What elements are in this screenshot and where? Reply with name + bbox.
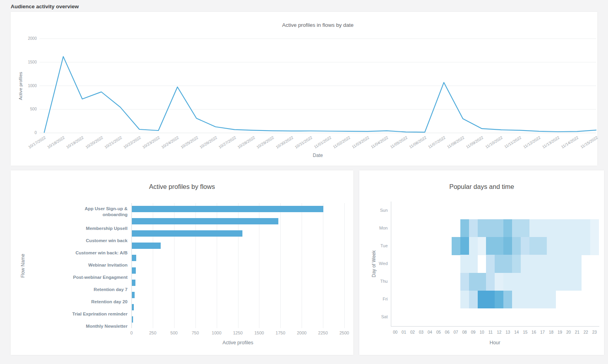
heat-cell-Fri-14[interactable] — [512, 291, 521, 309]
heat-cell-Tue-08[interactable] — [460, 237, 469, 255]
bar-chart-x-tick-label: 250 — [143, 330, 163, 335]
heat-cell-Mon-14[interactable] — [512, 219, 521, 237]
heatmap-y-axis-line — [391, 202, 391, 326]
heat-cell-Wed-14[interactable] — [512, 255, 521, 273]
heat-cell-Tue-23[interactable] — [590, 237, 599, 255]
heatmap-hour-label: 19 — [555, 330, 564, 334]
heat-cell-Wed-16[interactable] — [529, 255, 538, 273]
heatmap-hour-label: 20 — [564, 330, 573, 334]
bar-flow-5[interactable] — [132, 255, 136, 261]
heatmap-hour-label: 06 — [443, 330, 452, 334]
heat-cell-Mon-17[interactable] — [538, 219, 547, 237]
bar-chart-x-tick-label: 1500 — [249, 330, 269, 335]
heat-cell-Thu-15[interactable] — [521, 273, 529, 291]
heat-cell-Mon-20[interactable] — [564, 219, 573, 237]
heat-cell-Thu-19[interactable] — [555, 273, 564, 291]
heat-cell-Tue-18[interactable] — [547, 237, 555, 255]
heat-cell-Wed-09[interactable] — [469, 255, 478, 273]
heat-cell-Fri-17[interactable] — [538, 291, 547, 309]
heat-cell-Wed-12[interactable] — [495, 255, 503, 273]
heat-cell-Wed-20[interactable] — [564, 255, 573, 273]
heat-cell-Tue-10[interactable] — [478, 237, 486, 255]
line-series-active-profiles[interactable] — [44, 56, 596, 132]
bar-chart-x-tick-label: 750 — [186, 330, 205, 335]
bar-flow-4[interactable] — [132, 243, 161, 249]
heat-cell-Fri-16[interactable] — [529, 291, 538, 309]
bar-flow-1[interactable] — [132, 206, 323, 212]
heat-cell-Thu-14[interactable] — [512, 273, 521, 291]
heat-cell-Mon-12[interactable] — [495, 219, 503, 237]
heat-cell-Mon-19[interactable] — [555, 219, 564, 237]
heat-cell-Tue-09[interactable] — [469, 237, 478, 255]
heat-cell-Mon-09[interactable] — [469, 219, 478, 237]
heat-cell-Fri-18[interactable] — [547, 291, 555, 309]
heat-cell-Thu-21[interactable] — [573, 273, 582, 291]
bar-chart-gridline — [344, 203, 345, 328]
bar-chart-x-tick-label: 2500 — [334, 330, 354, 335]
heat-cell-Tue-21[interactable] — [573, 237, 582, 255]
heat-cell-Wed-17[interactable] — [538, 255, 547, 273]
heat-cell-Tue-13[interactable] — [503, 237, 512, 255]
heat-cell-Mon-21[interactable] — [573, 219, 582, 237]
bar-flow-8[interactable] — [132, 292, 135, 298]
heat-cell-Thu-09[interactable] — [469, 273, 478, 291]
bar-flow-7[interactable] — [132, 280, 135, 286]
heat-cell-Tue-16[interactable] — [529, 237, 538, 255]
heat-cell-Mon-08[interactable] — [460, 219, 469, 237]
heat-cell-Fri-13[interactable] — [503, 291, 512, 309]
heatmap-hour-label: 09 — [469, 330, 478, 334]
heat-cell-Fri-15[interactable] — [521, 291, 529, 309]
bar-flow-2[interactable] — [132, 218, 278, 224]
heat-cell-Fri-09[interactable] — [469, 291, 478, 309]
heat-cell-Thu-08[interactable] — [460, 273, 469, 291]
heatmap-hour-label: 14 — [512, 330, 521, 334]
heat-cell-Mon-23[interactable] — [590, 219, 599, 237]
heat-cell-Wed-13[interactable] — [503, 255, 512, 273]
heat-cell-Tue-15[interactable] — [521, 237, 529, 255]
heat-cell-Mon-22[interactable] — [582, 219, 590, 237]
heat-cell-Wed-21[interactable] — [573, 255, 582, 273]
heat-cell-Thu-11[interactable] — [486, 273, 495, 291]
heat-cell-Tue-11[interactable] — [486, 237, 495, 255]
heat-cell-Mon-10[interactable] — [478, 219, 486, 237]
heatmap-panel: Popular days and time Day of Week SunMon… — [359, 170, 604, 355]
heat-cell-Tue-12[interactable] — [495, 237, 503, 255]
heat-cell-Mon-16[interactable] — [529, 219, 538, 237]
line-chart-y-tick-label: 500 — [11, 107, 37, 111]
heat-cell-Thu-16[interactable] — [529, 273, 538, 291]
heat-cell-Thu-18[interactable] — [547, 273, 555, 291]
heat-cell-Mon-11[interactable] — [486, 219, 495, 237]
heatmap-day-label: Thu — [359, 279, 388, 284]
heat-cell-Wed-15[interactable] — [521, 255, 529, 273]
bar-flow-3[interactable] — [132, 230, 242, 237]
heat-cell-Mon-18[interactable] — [547, 219, 555, 237]
heat-cell-Thu-13[interactable] — [503, 273, 512, 291]
heatmap-hour-label: 08 — [460, 330, 469, 334]
bar-flow-10[interactable] — [132, 316, 133, 323]
heat-cell-Tue-17[interactable] — [538, 237, 547, 255]
heat-cell-Wed-11[interactable] — [486, 255, 495, 273]
heat-cell-Mon-15[interactable] — [521, 219, 529, 237]
heat-cell-Fri-11[interactable] — [486, 291, 495, 309]
heat-cell-Tue-20[interactable] — [564, 237, 573, 255]
heat-cell-Wed-19[interactable] — [555, 255, 564, 273]
heat-cell-Thu-12[interactable] — [495, 273, 503, 291]
bar-flow-9[interactable] — [132, 304, 134, 310]
heat-cell-Thu-17[interactable] — [538, 273, 547, 291]
heatmap-hour-label: 23 — [590, 330, 599, 334]
heat-cell-Mon-13[interactable] — [503, 219, 512, 237]
heat-cell-Thu-10[interactable] — [478, 273, 486, 291]
heat-cell-Fri-10[interactable] — [478, 291, 486, 309]
heat-cell-Fri-08[interactable] — [460, 291, 469, 309]
heat-cell-Wed-08[interactable] — [460, 255, 469, 273]
heat-cell-Tue-07[interactable] — [452, 237, 460, 255]
heat-cell-Tue-22[interactable] — [582, 237, 590, 255]
heatmap-day-label: Fri — [359, 297, 388, 301]
heat-cell-Wed-18[interactable] — [547, 255, 555, 273]
heat-cell-Tue-19[interactable] — [555, 237, 564, 255]
heatmap-hour-label: 01 — [400, 330, 408, 334]
heat-cell-Fri-12[interactable] — [495, 291, 503, 309]
heat-cell-Thu-20[interactable] — [564, 273, 573, 291]
bar-flow-6[interactable] — [132, 267, 136, 274]
heat-cell-Tue-14[interactable] — [512, 237, 521, 255]
